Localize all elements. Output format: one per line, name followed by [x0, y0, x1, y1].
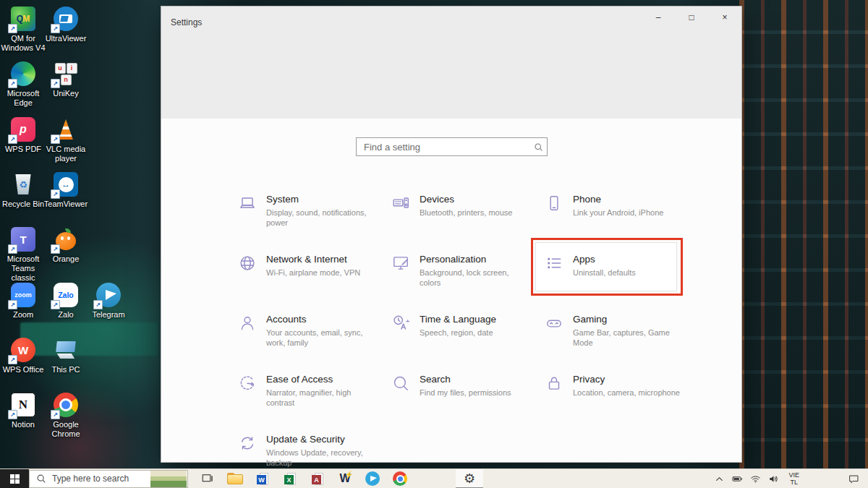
tile-title: Time & Language [420, 313, 529, 325]
person-icon [238, 314, 257, 333]
zoom-app-icon: zoom↗ [10, 282, 36, 308]
desktop-icon-teamviewer[interactable]: ↔↗TeamViewer [43, 171, 89, 209]
desktop-icon-notion[interactable]: N↗Notion [0, 392, 46, 429]
desktop-icon-qm-for-windows-v4[interactable]: QM↗QM for Windows V4 [0, 6, 46, 53]
tile-subtitle: Link your Android, iPhone [573, 207, 683, 218]
close-button[interactable]: × [708, 7, 741, 28]
taskbar-app-telegram[interactable] [359, 469, 386, 488]
telegram-app-icon: ↗ [95, 282, 122, 308]
taskbar-app-file-explorer[interactable] [221, 469, 249, 488]
tile-title: Privacy [573, 373, 683, 385]
tile-title: Ease of Access [266, 373, 376, 385]
tile-title: Search [420, 373, 529, 385]
tile-subtitle: Bluetooth, printers, mouse [420, 207, 529, 218]
settings-tile-ease-of-access[interactable]: Ease of AccessNarrator, magnifier, high … [238, 373, 391, 433]
sync-icon [238, 434, 257, 453]
shortcut-arrow-icon: ↗ [8, 24, 17, 33]
shortcut-arrow-icon: ↗ [8, 134, 17, 144]
taskbar-app-access[interactable]: A [304, 469, 331, 488]
taskbar-search-box[interactable]: Type here to search [29, 470, 188, 488]
access-icon: A [310, 471, 325, 487]
find-a-setting-input[interactable] [357, 142, 529, 153]
globe-icon [238, 254, 257, 273]
shortcut-arrow-icon: ↗ [93, 300, 103, 309]
desktop-icon-wps-office[interactable]: W↗WPS Office [0, 337, 46, 374]
desktop-icon-microsoft-edge[interactable]: ↗Microsoft Edge [0, 61, 46, 108]
settings-tile-personalization[interactable]: PersonalizationBackground, lock screen, … [391, 253, 545, 313]
desktop-icon-ultraviewer[interactable]: ↗UltraViewer [43, 6, 89, 43]
phone-icon [545, 194, 563, 213]
shortcut-arrow-icon: ↗ [51, 134, 60, 144]
wps-office-app-icon: W↗ [10, 337, 36, 363]
shortcut-arrow-icon: ↗ [51, 24, 60, 33]
desktop-icon-microsoft-teams-classic[interactable]: T↗Microsoft Teams classic [0, 226, 46, 283]
taskbar-app-word[interactable]: W [249, 469, 276, 488]
desktop-icon-label: VLC media player [43, 145, 89, 163]
notion-app-icon: N↗ [10, 392, 36, 418]
desktop-icon-zalo[interactable]: Zalo↗Zalo [43, 282, 89, 320]
teamviewer-app-icon: ↔↗ [53, 171, 79, 197]
search-highlight-image[interactable] [150, 471, 187, 487]
tile-subtitle: Your accounts, email, sync, work, family [266, 328, 376, 348]
tile-title: Apps [573, 253, 683, 265]
desktop-icon-unikey[interactable]: uin↗UniKey [43, 61, 89, 98]
tile-title: Personalization [420, 253, 529, 265]
settings-tile-accounts[interactable]: AccountsYour accounts, email, sync, work… [238, 313, 391, 373]
settings-tile-privacy[interactable]: PrivacyLocation, camera, microphone [545, 373, 698, 433]
wps-pdf-app-icon: p↗ [10, 116, 36, 142]
settings-tile-system[interactable]: SystemDisplay, sound, notifications, pow… [238, 193, 391, 253]
tray-battery-icon[interactable] [728, 469, 746, 488]
find-a-setting-searchbox[interactable] [356, 137, 548, 156]
desktop-icon-label: Microsoft Edge [0, 89, 46, 108]
desktop-icon-recycle-bin[interactable]: ♻Recycle Bin [0, 171, 46, 209]
taskbar-app-settings[interactable]: ⚙ [456, 469, 483, 488]
tile-subtitle: Find my files, permissions [420, 388, 529, 398]
desktop-icons: QM↗QM for Windows V4↗UltraViewer↗Microso… [4, 0, 163, 463]
tile-title: System [266, 193, 376, 205]
desktop-icon-this-pc[interactable]: This PC [43, 337, 89, 374]
chrome-app-icon: ↗ [53, 392, 79, 418]
task-view-button[interactable] [194, 469, 221, 488]
settings-tile-gaming[interactable]: GamingGame Bar, captures, Game Mode [545, 313, 698, 373]
settings-tile-search[interactable]: SearchFind my files, permissions [391, 373, 545, 433]
taskbar-app-excel[interactable]: X [276, 469, 304, 488]
tile-subtitle: Speech, region, date [420, 328, 529, 338]
tile-title: Devices [420, 193, 529, 205]
settings-tile-devices[interactable]: DevicesBluetooth, printers, mouse [391, 193, 545, 253]
tray-volume-icon[interactable] [765, 469, 783, 488]
tile-subtitle: Game Bar, captures, Game Mode [573, 328, 683, 348]
desktop-icon-vlc-media-player[interactable]: ↗VLC media player [43, 116, 89, 163]
shortcut-arrow-icon: ↗ [8, 79, 17, 88]
tile-title: Phone [573, 193, 683, 205]
action-center-icon[interactable] [840, 469, 868, 488]
word-icon: W [255, 471, 270, 487]
minimize-button[interactable]: – [642, 7, 675, 28]
unikey-app-icon: uin↗ [53, 61, 79, 87]
desktop-icon-google-chrome[interactable]: ↗Google Chrome [43, 392, 89, 439]
shortcut-arrow-icon: ↗ [51, 300, 60, 309]
tile-subtitle: Narrator, magnifier, high contrast [266, 388, 376, 408]
tray-language-indicator[interactable]: VIE TL [783, 471, 805, 487]
desktop-icon-wps-pdf[interactable]: p↗WPS PDF [0, 116, 46, 154]
taskbar-app-w-lightning[interactable]: W⚡ [331, 469, 359, 488]
settings-tile-network-internet[interactable]: Network & InternetWi-Fi, airplane mode, … [238, 253, 391, 313]
maximize-button[interactable]: □ [675, 7, 708, 28]
tray-wifi-icon[interactable] [746, 469, 765, 488]
chrome-icon [393, 471, 407, 486]
desktop-icon-label: Zoom [13, 310, 33, 320]
settings-tile-apps[interactable]: AppsUninstall, defaults [545, 253, 698, 313]
telegram-icon [365, 471, 380, 486]
start-button[interactable] [0, 469, 29, 488]
desktop-icon-zoom[interactable]: zoom↗Zoom [0, 282, 46, 320]
shortcut-arrow-icon: ↗ [51, 244, 60, 254]
window-title: Settings [171, 17, 202, 27]
tray-chevron-up-icon[interactable] [710, 469, 728, 488]
taskbar-app-chrome[interactable] [386, 469, 414, 488]
shortcut-arrow-icon: ↗ [51, 189, 60, 199]
shortcut-arrow-icon: ↗ [8, 410, 17, 419]
desktop-icon-telegram[interactable]: ↗Telegram [85, 282, 132, 320]
desktop-icon-label: UniKey [53, 89, 78, 98]
settings-tile-time-language[interactable]: Time & LanguageSpeech, region, date [391, 313, 545, 373]
desktop-icon-orange[interactable]: ↗Orange [43, 226, 89, 264]
desktop-icon-label: Telegram [92, 310, 124, 320]
